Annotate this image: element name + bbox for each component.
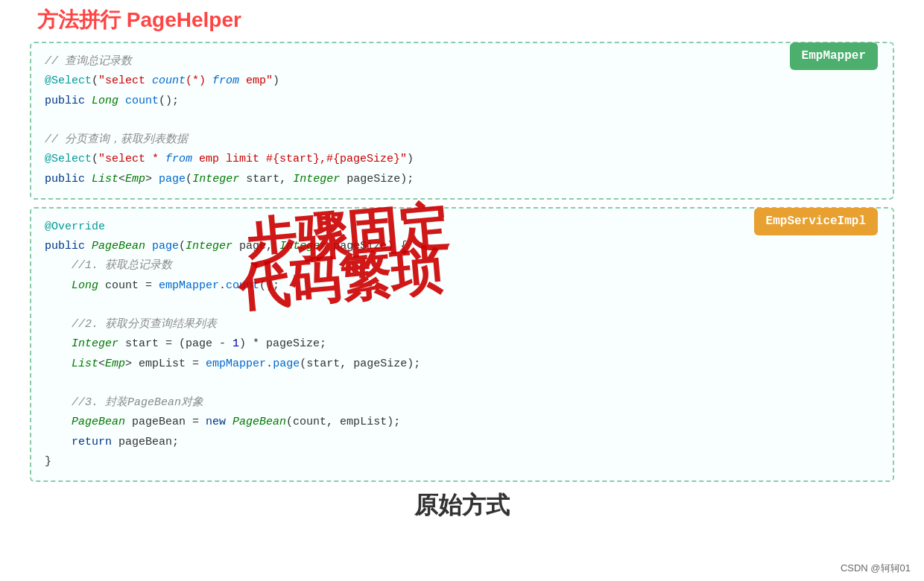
badge-empmapper: EmpMapper xyxy=(790,42,878,70)
code-block-empserviceimpl: EmpServiceImpl @Override public PageBean… xyxy=(30,207,894,482)
comment-5: //3. 封装PageBean对象 xyxy=(72,396,203,409)
annotation-select-1: @Select xyxy=(45,74,92,87)
kw-list-2: List xyxy=(72,358,98,370)
kw-public-3: public xyxy=(45,240,85,253)
kw-long: Long xyxy=(92,95,118,107)
annotation-override: @Override xyxy=(45,220,105,233)
bottom-right-label: CSDN @轲轲01 xyxy=(841,562,911,575)
kw-integer-2: Integer xyxy=(293,173,340,185)
kw-pagebean-ret: PageBean xyxy=(92,240,145,253)
code-block-empmapper: EmpMapper // 查询总记录数 @Select("select coun… xyxy=(30,42,894,200)
badge-empserviceimpl: EmpServiceImpl xyxy=(754,208,878,235)
page-wrapper: 方法拼行 PageHelper EmpMapper // 查询总记录数 @Sel… xyxy=(0,0,924,581)
code-content-1: // 查询总记录数 @Select("select count(*) from … xyxy=(45,52,879,189)
kw-return: return xyxy=(72,436,112,448)
method-count: count xyxy=(125,95,159,107)
kw-pagebean-2: PageBean xyxy=(72,416,125,428)
kw-public-1: public xyxy=(45,95,85,107)
kw-list: List xyxy=(92,173,118,185)
kw-integer-3: Integer xyxy=(72,337,118,350)
method-page: page xyxy=(152,240,179,253)
comment-3: //1. 获取总记录数 xyxy=(72,259,172,272)
code-content-2: @Override public PageBean page(Integer p… xyxy=(45,218,879,472)
bottom-title: 原始方式 xyxy=(22,489,902,522)
kw-public-2: public xyxy=(45,173,85,185)
ref-empmapper-count: empMapper xyxy=(159,279,219,292)
comment-4: //2. 获取分页查询结果列表 xyxy=(72,318,217,331)
kw-new: new xyxy=(206,416,226,428)
ref-empmapper-page: empMapper xyxy=(206,358,266,370)
kw-integer-1: Integer xyxy=(192,173,239,185)
kw-long-2: Long xyxy=(72,279,98,292)
comment-2: // 分页查询，获取列表数据 xyxy=(45,133,188,146)
comment-1: // 查询总记录数 xyxy=(45,55,132,68)
annotation-select-2: @Select xyxy=(45,153,92,165)
page-title: 方法拼行 PageHelper xyxy=(22,0,902,42)
